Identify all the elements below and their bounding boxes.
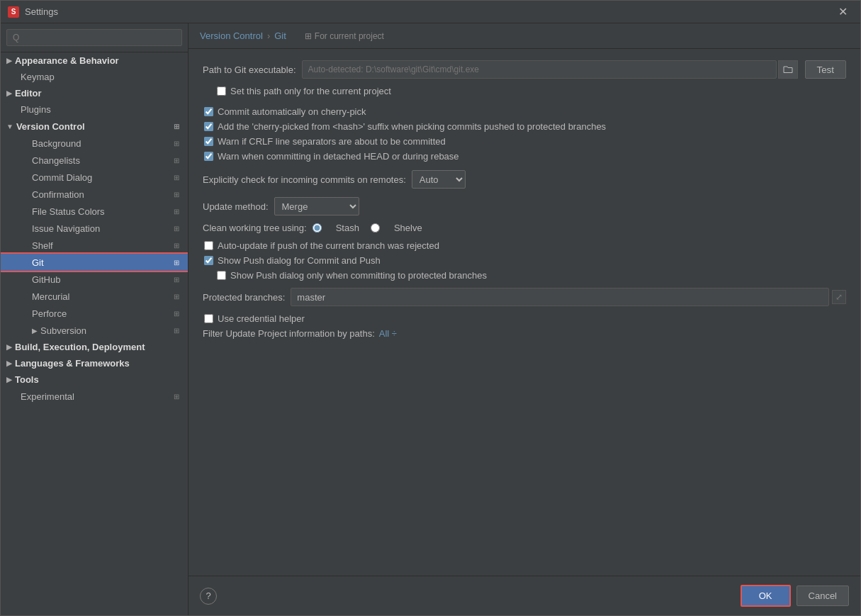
detached-head-label[interactable]: Warn when committing in detached HEAD or… bbox=[218, 151, 459, 162]
breadcrumb-separator: › bbox=[267, 30, 270, 41]
protected-branches-input[interactable] bbox=[291, 288, 829, 306]
sidebar-item-keymap[interactable]: Keymap bbox=[1, 69, 188, 85]
bottom-bar: ? OK Cancel bbox=[188, 576, 860, 615]
expand-arrow: ▶ bbox=[6, 343, 12, 351]
incoming-commits-select[interactable]: Auto Always Never bbox=[412, 170, 466, 189]
credential-helper-checkbox[interactable] bbox=[204, 314, 213, 323]
credential-helper-row: Use credential helper bbox=[203, 313, 846, 324]
update-method-select[interactable]: Merge Rebase Branch Default bbox=[274, 197, 359, 215]
sidebar-item-label: Languages & Frameworks bbox=[15, 358, 130, 369]
breadcrumb-git[interactable]: Git bbox=[274, 30, 286, 41]
shelve-label[interactable]: Shelve bbox=[394, 223, 422, 233]
incoming-commits-row: Explicitly check for incoming commits on… bbox=[203, 170, 846, 189]
sidebar-item-git[interactable]: Git ⊞ bbox=[1, 254, 188, 271]
crlf-checkbox[interactable] bbox=[204, 137, 213, 146]
sidebar-item-label: Shelf bbox=[32, 240, 53, 251]
help-button[interactable]: ? bbox=[200, 588, 217, 605]
show-push-dialog-label[interactable]: Show Push dialog for Commit and Push bbox=[218, 255, 381, 266]
filter-update-label: Filter Update Project information by pat… bbox=[203, 328, 375, 339]
update-method-label: Update method: bbox=[203, 201, 269, 212]
breadcrumb-project: ⊞ For current project bbox=[305, 31, 384, 41]
sidebar-item-label: Confirmation bbox=[32, 189, 84, 200]
ok-button[interactable]: OK bbox=[741, 585, 791, 607]
sidebar-item-label: Keymap bbox=[21, 72, 55, 82]
sidebar-item-experimental[interactable]: Experimental ⊞ bbox=[1, 388, 188, 405]
sidebar-tree: ▶ Appearance & Behavior Keymap ▶ Editor … bbox=[1, 52, 188, 615]
folder-button[interactable] bbox=[778, 60, 798, 79]
expand-icon[interactable]: ⤢ bbox=[832, 290, 846, 304]
sidebar-item-build[interactable]: ▶ Build, Execution, Deployment bbox=[1, 339, 188, 355]
sidebar-item-changelists[interactable]: Changelists ⊞ bbox=[1, 152, 188, 169]
detached-head-row: Warn when committing in detached HEAD or… bbox=[203, 151, 846, 162]
test-button[interactable]: Test bbox=[805, 60, 846, 79]
settings-window: S Settings ✕ ▶ Appearance & Behavior Key… bbox=[0, 0, 861, 616]
auto-update-label[interactable]: Auto-update if push of the current branc… bbox=[218, 240, 439, 251]
sidebar-item-plugins[interactable]: Plugins bbox=[1, 101, 188, 118]
page-icon: ⊞ bbox=[171, 155, 182, 166]
page-icon: ⊞ bbox=[171, 291, 182, 302]
close-button[interactable]: ✕ bbox=[833, 2, 853, 21]
sidebar-item-label: Issue Navigation bbox=[32, 223, 100, 234]
cherry-pick-suffix-label[interactable]: Add the 'cherry-picked from <hash>' suff… bbox=[218, 121, 606, 132]
sidebar-item-editor[interactable]: ▶ Editor bbox=[1, 85, 188, 101]
cherry-pick-row: Commit automatically on cherry-pick bbox=[203, 106, 846, 117]
search-input[interactable] bbox=[6, 29, 182, 46]
sidebar-item-mercurial[interactable]: Mercurial ⊞ bbox=[1, 288, 188, 305]
credential-helper-label[interactable]: Use credential helper bbox=[218, 313, 305, 324]
sidebar-item-languages[interactable]: ▶ Languages & Frameworks bbox=[1, 355, 188, 371]
sidebar-item-commit-dialog[interactable]: Commit Dialog ⊞ bbox=[1, 169, 188, 186]
sidebar-item-background[interactable]: Background ⊞ bbox=[1, 135, 188, 152]
sidebar: ▶ Appearance & Behavior Keymap ▶ Editor … bbox=[1, 23, 188, 615]
sidebar-item-subversion[interactable]: ▶ Subversion ⊞ bbox=[1, 322, 188, 339]
path-row: Path to Git executable: Test bbox=[203, 60, 846, 79]
cherry-pick-suffix-checkbox[interactable] bbox=[204, 122, 213, 131]
crlf-label[interactable]: Warn if CRLF line separators are about t… bbox=[218, 136, 446, 147]
breadcrumb-version-control[interactable]: Version Control bbox=[200, 30, 263, 41]
sidebar-item-appearance[interactable]: ▶ Appearance & Behavior bbox=[1, 52, 188, 69]
filter-update-value[interactable]: All ÷ bbox=[379, 328, 397, 339]
auto-update-checkbox[interactable] bbox=[204, 241, 213, 250]
sidebar-item-issue-navigation[interactable]: Issue Navigation ⊞ bbox=[1, 220, 188, 237]
sidebar-item-label: Tools bbox=[15, 374, 39, 385]
cherry-pick-label[interactable]: Commit automatically on cherry-pick bbox=[218, 106, 366, 117]
sidebar-item-shelf[interactable]: Shelf ⊞ bbox=[1, 237, 188, 254]
sidebar-item-label: Git bbox=[32, 257, 44, 268]
page-icon: ⊞ bbox=[171, 121, 182, 132]
expand-arrow: ▶ bbox=[32, 327, 38, 335]
show-push-dialog-sub-label[interactable]: Show Push dialog only when committing to… bbox=[230, 270, 487, 281]
sidebar-item-tools[interactable]: ▶ Tools bbox=[1, 371, 188, 388]
cancel-button[interactable]: Cancel bbox=[797, 586, 849, 606]
cherry-pick-checkbox[interactable] bbox=[204, 107, 213, 116]
stash-radio[interactable] bbox=[313, 223, 322, 233]
set-path-label[interactable]: Set this path only for the current proje… bbox=[230, 86, 391, 96]
sidebar-item-label: GitHub bbox=[32, 274, 60, 285]
update-method-row: Update method: Merge Rebase Branch Defau… bbox=[203, 197, 846, 215]
set-path-checkbox[interactable] bbox=[217, 86, 226, 96]
path-input[interactable] bbox=[302, 60, 777, 79]
sidebar-item-github[interactable]: GitHub ⊞ bbox=[1, 271, 188, 288]
sidebar-item-confirmation[interactable]: Confirmation ⊞ bbox=[1, 186, 188, 203]
sidebar-item-label: Build, Execution, Deployment bbox=[15, 342, 145, 352]
protected-branches-row: Protected branches: ⤢ bbox=[203, 288, 846, 306]
sidebar-item-label: Commit Dialog bbox=[32, 172, 92, 183]
breadcrumb: Version Control › Git ⊞ For current proj… bbox=[188, 23, 860, 49]
sidebar-item-file-status-colors[interactable]: File Status Colors ⊞ bbox=[1, 203, 188, 220]
main-panel: Version Control › Git ⊞ For current proj… bbox=[188, 23, 860, 615]
page-icon: ⊞ bbox=[171, 189, 182, 200]
main-content: ▶ Appearance & Behavior Keymap ▶ Editor … bbox=[1, 23, 860, 615]
show-push-dialog-checkbox[interactable] bbox=[204, 256, 213, 265]
page-icon: ⊞ bbox=[171, 223, 182, 234]
project-label: For current project bbox=[315, 31, 384, 41]
sidebar-item-label: Plugins bbox=[21, 104, 51, 115]
sidebar-item-label: File Status Colors bbox=[32, 206, 105, 217]
sidebar-item-perforce[interactable]: Perforce ⊞ bbox=[1, 305, 188, 322]
settings-content: Path to Git executable: Test Set this pa… bbox=[188, 49, 860, 576]
incoming-commits-label: Explicitly check for incoming commits on… bbox=[203, 174, 406, 185]
page-icon: ⊞ bbox=[171, 172, 182, 183]
sidebar-item-version-control[interactable]: ▼ Version Control ⊞ bbox=[1, 118, 188, 135]
stash-label[interactable]: Stash bbox=[336, 223, 359, 233]
detached-head-checkbox[interactable] bbox=[204, 152, 213, 161]
sidebar-item-label: Changelists bbox=[32, 155, 80, 166]
shelve-radio[interactable] bbox=[371, 223, 380, 233]
show-push-dialog-sub-checkbox[interactable] bbox=[217, 271, 226, 280]
